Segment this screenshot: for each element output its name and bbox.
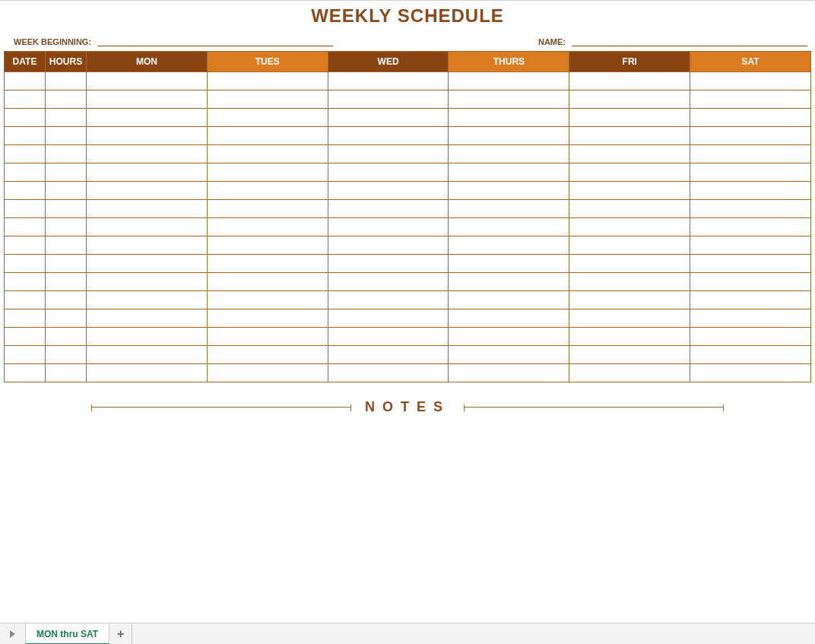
table-cell[interactable] (569, 127, 690, 145)
table-cell[interactable] (46, 328, 87, 346)
table-cell[interactable] (87, 127, 208, 145)
table-cell[interactable] (690, 182, 811, 200)
table-cell[interactable] (449, 182, 569, 200)
table-cell[interactable] (569, 346, 690, 364)
table-cell[interactable] (449, 200, 569, 218)
table-cell[interactable] (207, 109, 328, 127)
table-cell[interactable] (569, 364, 690, 382)
table-cell[interactable] (328, 145, 449, 163)
table-cell[interactable] (328, 291, 449, 309)
table-cell[interactable] (449, 328, 569, 346)
table-cell[interactable] (46, 127, 87, 145)
table-cell[interactable] (690, 90, 811, 109)
table-cell[interactable] (87, 291, 208, 309)
table-cell[interactable] (449, 127, 569, 145)
table-cell[interactable] (5, 273, 46, 291)
table-cell[interactable] (5, 236, 46, 255)
table-cell[interactable] (207, 145, 328, 163)
table-cell[interactable] (449, 145, 569, 163)
table-cell[interactable] (207, 218, 328, 236)
table-cell[interactable] (328, 218, 449, 236)
table-cell[interactable] (46, 163, 87, 182)
table-cell[interactable] (449, 309, 569, 328)
week-beginning-input[interactable] (97, 34, 333, 46)
table-cell[interactable] (5, 328, 46, 346)
table-cell[interactable] (87, 364, 208, 382)
table-cell[interactable] (690, 127, 811, 145)
table-cell[interactable] (449, 236, 569, 255)
table-cell[interactable] (87, 255, 208, 273)
table-cell[interactable] (5, 109, 46, 127)
table-cell[interactable] (328, 109, 449, 127)
table-cell[interactable] (690, 309, 811, 328)
table-cell[interactable] (5, 182, 46, 200)
table-cell[interactable] (690, 273, 811, 291)
table-cell[interactable] (87, 328, 208, 346)
table-cell[interactable] (569, 90, 690, 109)
table-cell[interactable] (690, 346, 811, 364)
table-cell[interactable] (328, 346, 449, 364)
tab-nav-button[interactable] (0, 623, 26, 644)
table-cell[interactable] (328, 364, 449, 382)
table-cell[interactable] (5, 291, 46, 309)
table-cell[interactable] (449, 291, 569, 309)
table-cell[interactable] (328, 309, 449, 328)
table-cell[interactable] (5, 309, 46, 328)
table-cell[interactable] (207, 236, 328, 255)
table-cell[interactable] (46, 200, 87, 218)
table-cell[interactable] (328, 72, 449, 90)
table-cell[interactable] (87, 109, 208, 127)
table-cell[interactable] (87, 182, 208, 200)
table-cell[interactable] (87, 200, 208, 218)
table-cell[interactable] (569, 109, 690, 127)
table-cell[interactable] (569, 145, 690, 163)
table-cell[interactable] (5, 145, 46, 163)
table-cell[interactable] (5, 346, 46, 364)
table-cell[interactable] (690, 236, 811, 255)
sheet-tab-active[interactable]: MON thru SAT (26, 623, 109, 644)
table-cell[interactable] (5, 255, 46, 273)
table-cell[interactable] (569, 218, 690, 236)
table-cell[interactable] (328, 273, 449, 291)
table-cell[interactable] (5, 127, 46, 145)
table-cell[interactable] (328, 182, 449, 200)
table-cell[interactable] (207, 182, 328, 200)
table-cell[interactable] (46, 145, 87, 163)
table-cell[interactable] (5, 200, 46, 218)
table-cell[interactable] (87, 72, 208, 90)
table-cell[interactable] (207, 328, 328, 346)
table-cell[interactable] (449, 163, 569, 182)
table-cell[interactable] (449, 273, 569, 291)
table-cell[interactable] (207, 200, 328, 218)
add-sheet-button[interactable]: + (109, 623, 132, 644)
table-cell[interactable] (569, 200, 690, 218)
table-cell[interactable] (207, 273, 328, 291)
name-input[interactable] (572, 34, 807, 46)
table-cell[interactable] (328, 255, 449, 273)
table-cell[interactable] (87, 163, 208, 182)
table-cell[interactable] (207, 127, 328, 145)
table-cell[interactable] (46, 90, 87, 109)
table-cell[interactable] (207, 291, 328, 309)
table-cell[interactable] (46, 309, 87, 328)
table-cell[interactable] (46, 364, 87, 382)
table-cell[interactable] (207, 90, 328, 109)
table-cell[interactable] (46, 346, 87, 364)
table-cell[interactable] (46, 291, 87, 309)
table-cell[interactable] (207, 255, 328, 273)
table-cell[interactable] (207, 346, 328, 364)
table-cell[interactable] (46, 236, 87, 255)
table-cell[interactable] (87, 218, 208, 236)
table-cell[interactable] (5, 163, 46, 182)
table-cell[interactable] (87, 145, 208, 163)
table-cell[interactable] (569, 255, 690, 273)
table-cell[interactable] (569, 273, 690, 291)
table-cell[interactable] (449, 346, 569, 364)
table-cell[interactable] (5, 364, 46, 382)
table-cell[interactable] (569, 182, 690, 200)
table-cell[interactable] (449, 109, 569, 127)
table-cell[interactable] (690, 255, 811, 273)
table-cell[interactable] (328, 328, 449, 346)
table-cell[interactable] (87, 309, 208, 328)
table-cell[interactable] (690, 364, 811, 382)
